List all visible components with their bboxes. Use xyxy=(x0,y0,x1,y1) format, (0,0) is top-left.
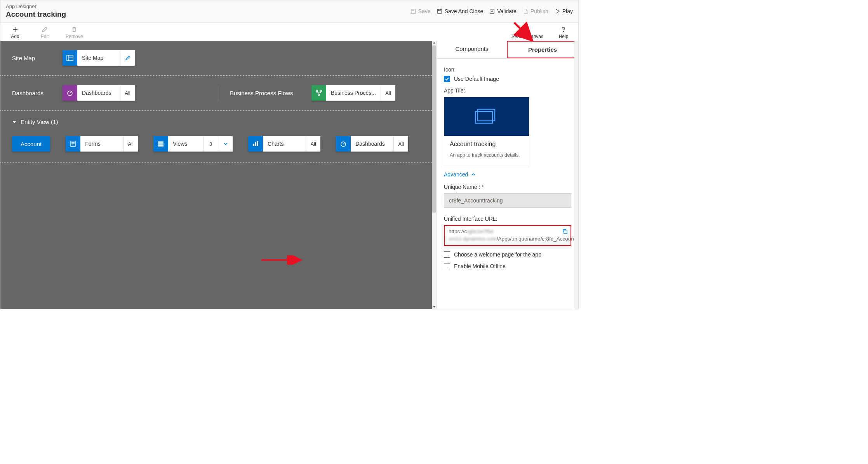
properties-panel: Components Properties Icon: Use Default … xyxy=(437,41,578,309)
publish-button: Publish xyxy=(523,8,548,14)
svg-rect-3 xyxy=(438,9,440,10)
search-canvas-button[interactable]: Search Canvas xyxy=(511,26,543,39)
toolbar: Add Edit Remove Search Canvas Help xyxy=(0,23,578,41)
bpf-tile[interactable]: Business Proces... All xyxy=(311,85,395,101)
sitemap-tile-label: Site Map xyxy=(77,50,120,66)
help-icon xyxy=(560,26,567,33)
app-tile-preview: Account tracking An app to track account… xyxy=(444,97,529,165)
svg-rect-1 xyxy=(412,9,414,10)
svg-rect-18 xyxy=(257,141,258,146)
validate-icon xyxy=(489,9,495,14)
save-button: Save xyxy=(411,8,431,14)
views-tile[interactable]: Views 3 xyxy=(153,136,233,152)
validate-button[interactable]: Validate xyxy=(489,8,517,14)
search-icon xyxy=(524,26,531,33)
views-tile-label: Views xyxy=(168,136,203,152)
sitemap-row-label: Site Map xyxy=(12,55,47,61)
charts-tile-label: Charts xyxy=(263,136,306,152)
header-title: Account tracking xyxy=(6,10,66,19)
play-button[interactable]: Play xyxy=(555,8,573,14)
sitemap-icon xyxy=(63,50,77,66)
bpf-row-label: Business Process Flows xyxy=(230,90,296,96)
checkbox-empty-icon xyxy=(444,263,450,269)
dashboards-tile[interactable]: Dashboards All xyxy=(63,85,135,101)
entity-view-label: Entity View (1) xyxy=(21,119,58,125)
entity-dashboards-count[interactable]: All xyxy=(393,136,408,152)
svg-rect-15 xyxy=(158,145,164,147)
dashboard-icon xyxy=(63,85,77,101)
uif-url-box[interactable]: https://crg0c1e7f5d crn11.dynamics.com/A… xyxy=(444,225,571,246)
edit-button: Edit xyxy=(35,26,54,39)
charts-tile[interactable]: Charts All xyxy=(248,136,320,152)
icon-label: Icon: xyxy=(444,66,571,73)
app-tile-label: App Tile: xyxy=(444,87,571,94)
views-count[interactable]: 3 xyxy=(203,136,218,152)
bpf-icon xyxy=(311,85,326,101)
save-and-close-button[interactable]: Save And Close xyxy=(437,8,484,14)
bpf-count[interactable]: All xyxy=(381,85,395,101)
charts-count[interactable]: All xyxy=(306,136,320,152)
tab-components[interactable]: Components xyxy=(437,41,507,58)
chevron-down-icon xyxy=(12,120,17,124)
svg-rect-14 xyxy=(158,143,164,145)
dashboards-row-label: Dashboards xyxy=(12,90,47,96)
svg-rect-24 xyxy=(564,230,567,234)
check-icon xyxy=(444,76,450,82)
canvas[interactable]: Site Map Site Map Dashboards xyxy=(0,41,437,309)
edit-label: Edit xyxy=(41,34,49,39)
app-header: App Designer Account tracking Save Save … xyxy=(0,0,578,23)
svg-rect-13 xyxy=(158,141,164,143)
help-label: Help xyxy=(559,34,569,39)
save-icon xyxy=(411,9,416,14)
entity-account-chip[interactable]: Account xyxy=(12,136,50,152)
svg-rect-16 xyxy=(253,144,254,146)
save-label: Save xyxy=(418,8,431,14)
search-label: Search Canvas xyxy=(511,34,543,39)
checkbox-empty-icon xyxy=(444,251,450,258)
play-label: Play xyxy=(562,8,573,14)
advanced-toggle[interactable]: Advanced xyxy=(444,171,571,178)
bpf-tile-label: Business Proces... xyxy=(326,85,381,101)
dashboards-count[interactable]: All xyxy=(120,85,135,101)
dashboards-tile-label: Dashboards xyxy=(77,85,120,101)
copy-icon[interactable] xyxy=(562,228,568,234)
chevron-up-icon xyxy=(471,172,476,177)
svg-rect-17 xyxy=(255,142,256,146)
add-button[interactable]: Add xyxy=(6,26,24,39)
add-label: Add xyxy=(11,34,19,39)
use-default-label: Use Default Image xyxy=(454,76,499,82)
app-tile-image xyxy=(444,97,529,136)
save-close-label: Save And Close xyxy=(445,8,484,14)
validate-label: Validate xyxy=(497,8,517,14)
sitemap-edit-button[interactable] xyxy=(120,50,135,66)
svg-point-5 xyxy=(525,27,529,31)
mobile-offline-label: Enable Mobile Offline xyxy=(454,263,506,269)
svg-point-11 xyxy=(318,94,320,96)
sitemap-tile[interactable]: Site Map xyxy=(63,50,135,66)
entity-view-toggle[interactable]: Entity View (1) xyxy=(12,119,420,125)
tab-properties[interactable]: Properties xyxy=(507,41,578,58)
help-button[interactable]: Help xyxy=(554,26,573,39)
play-icon xyxy=(555,9,560,14)
pencil-icon xyxy=(41,26,48,33)
charts-icon xyxy=(248,136,263,152)
mobile-offline-checkbox[interactable]: Enable Mobile Offline xyxy=(444,263,571,269)
views-expand-button[interactable] xyxy=(218,136,233,152)
publish-label: Publish xyxy=(531,8,548,14)
svg-point-10 xyxy=(320,90,322,92)
welcome-page-checkbox[interactable]: Choose a welcome page for the app xyxy=(444,251,571,258)
unique-name-input[interactable] xyxy=(444,193,571,208)
entity-dashboard-icon xyxy=(336,136,351,152)
panel-scrollbar[interactable] xyxy=(574,41,578,309)
uif-url-label: Unified Interface URL: xyxy=(444,216,571,222)
canvas-scrollbar[interactable] xyxy=(432,41,437,309)
forms-count[interactable]: All xyxy=(123,136,138,152)
entity-dashboards-tile-label: Dashboards xyxy=(351,136,393,152)
uif-url-suffix: /Apps/uniquename/cr8fe_Accounttracking xyxy=(497,236,578,242)
entity-dashboards-tile[interactable]: Dashboards All xyxy=(336,136,408,152)
remove-label: Remove xyxy=(66,34,83,39)
uif-url-prefix: https://c xyxy=(449,229,467,234)
use-default-image-checkbox[interactable]: Use Default Image xyxy=(444,76,571,82)
forms-tile[interactable]: Forms All xyxy=(66,136,138,152)
save-close-icon xyxy=(437,9,442,14)
